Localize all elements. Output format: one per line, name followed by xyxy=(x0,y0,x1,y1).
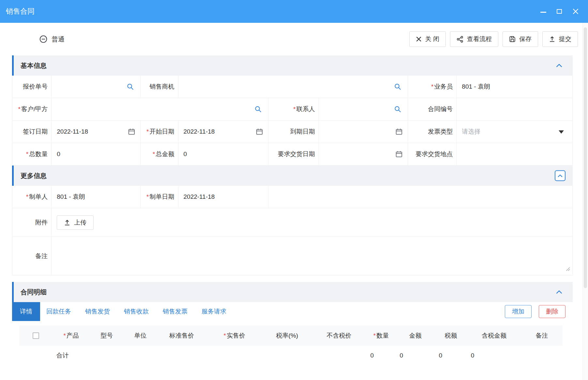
col-actual-price: *实售价 xyxy=(206,326,263,346)
chevron-up-boxed-icon xyxy=(555,170,565,181)
detail-table: *产品 型号 单位 标准售价 *实售价 税率(%) 不含税价 *数量 金额 税额… xyxy=(19,326,563,365)
scrollbar-thumb[interactable] xyxy=(584,27,587,288)
circle-minus-icon xyxy=(39,35,48,43)
creator-label: *制单人 xyxy=(12,186,52,208)
search-icon[interactable] xyxy=(127,83,134,90)
required-mark: * xyxy=(146,193,149,200)
submit-button[interactable]: 提交 xyxy=(542,31,578,47)
collapse-basic-button[interactable] xyxy=(556,64,562,67)
close-form-button[interactable]: 关 闭 xyxy=(409,31,446,47)
section-header-detail: 合同明细 xyxy=(12,282,573,302)
close-window-button[interactable] xyxy=(572,8,579,15)
expire-date-label: 到期日期 xyxy=(268,121,319,143)
start-date-field[interactable]: 2022-11-18 xyxy=(178,121,269,143)
search-icon[interactable] xyxy=(394,106,401,113)
more-empty-cell xyxy=(268,186,573,208)
tab-details[interactable]: 详情 xyxy=(12,302,40,321)
vertical-scrollbar[interactable] xyxy=(582,23,588,380)
upload-button[interactable]: 上传 xyxy=(57,215,94,230)
minimize-icon xyxy=(540,12,546,13)
required-mark: * xyxy=(63,332,66,339)
col-amount-incl-tax: 含税金额 xyxy=(467,326,521,346)
add-row-button[interactable]: 增加 xyxy=(505,305,532,318)
col-amount: 金额 xyxy=(396,326,435,346)
required-mark: * xyxy=(293,106,295,113)
collapse-detail-button[interactable] xyxy=(556,290,562,294)
search-icon[interactable] xyxy=(394,83,401,90)
flow-icon xyxy=(457,36,463,43)
total-amount-incl-tax: 0 xyxy=(467,346,521,365)
delivery-place-field[interactable] xyxy=(457,143,573,166)
quote-no-field[interactable] xyxy=(52,76,141,98)
col-standard-price: 标准售价 xyxy=(157,326,206,346)
section-header-more: 更多信息 xyxy=(12,166,573,186)
close-window-icon xyxy=(572,8,579,15)
creator-field[interactable]: 801 - 袁朗 xyxy=(52,186,141,208)
sign-date-field[interactable]: 2022-11-18 xyxy=(52,121,141,143)
contract-no-field[interactable] xyxy=(457,98,573,121)
total-amount-label: *总金额 xyxy=(141,143,178,166)
dropdown-caret-icon[interactable] xyxy=(559,130,564,134)
quote-no-label: 报价单号 xyxy=(12,76,52,98)
delivery-date-field[interactable] xyxy=(319,143,408,166)
contact-field[interactable] xyxy=(319,98,408,121)
view-flow-button[interactable]: 查看流程 xyxy=(450,31,498,47)
save-button[interactable]: 保存 xyxy=(503,31,538,47)
search-icon[interactable] xyxy=(255,106,262,113)
salesperson-label: *业务员 xyxy=(408,76,457,98)
chevron-up-icon xyxy=(556,290,562,294)
customer-field[interactable] xyxy=(52,98,268,121)
attachment-field: 上传 xyxy=(52,208,573,237)
col-tax-rate: 税率(%) xyxy=(263,326,311,346)
opportunity-label: 销售商机 xyxy=(141,76,178,98)
tab-sales-receipts[interactable]: 销售收款 xyxy=(124,307,149,316)
select-all-checkbox[interactable] xyxy=(33,332,39,339)
remark-label: 备注 xyxy=(12,237,52,275)
col-price-excl-tax: 不含税价 xyxy=(311,326,366,346)
resize-grip-icon[interactable] xyxy=(565,266,570,273)
form-body: 基本信息 报价单号 销售商机 *业务员 801 - 袁朗 *客户/甲方 *联系人… xyxy=(12,55,573,365)
total-qty-label: *总数量 xyxy=(12,143,52,166)
total-row: 合计 0 0 0 0 xyxy=(19,346,563,365)
col-quantity: *数量 xyxy=(367,326,396,346)
upload-icon xyxy=(64,219,70,226)
salesperson-field[interactable]: 801 - 袁朗 xyxy=(457,76,573,98)
calendar-icon[interactable] xyxy=(256,128,263,135)
total-amount-field[interactable]: 0 xyxy=(178,143,269,166)
total-quantity: 0 xyxy=(367,346,396,365)
total-qty-field[interactable]: 0 xyxy=(52,143,141,166)
tab-service-requests[interactable]: 服务请求 xyxy=(202,307,226,316)
detail-table-header: *产品 型号 单位 标准售价 *实售价 税率(%) 不含税价 *数量 金额 税额… xyxy=(19,326,563,346)
detail-tabbar: 详情 回款任务 销售发货 销售收款 销售发票 服务请求 增加 删除 xyxy=(12,302,573,321)
start-date-label: *开始日期 xyxy=(141,121,178,143)
delivery-date-label: 要求交货日期 xyxy=(268,143,319,166)
tab-payment-tasks[interactable]: 回款任务 xyxy=(46,307,71,316)
toolbar: 普通 关 闭 查看流程 保存 提交 xyxy=(0,23,588,53)
total-label: 合计 xyxy=(53,346,90,365)
required-mark: * xyxy=(18,106,21,113)
maximize-icon xyxy=(557,9,562,14)
collapse-more-button[interactable] xyxy=(555,170,565,181)
calendar-icon[interactable] xyxy=(396,151,402,158)
tab-sales-invoices[interactable]: 销售发票 xyxy=(163,307,188,316)
submit-icon xyxy=(549,36,555,42)
invoice-type-select[interactable]: 请选择 xyxy=(457,121,573,143)
status-badge[interactable]: 普通 xyxy=(39,35,65,44)
required-mark: * xyxy=(146,128,149,135)
calendar-icon[interactable] xyxy=(128,128,135,135)
calendar-icon[interactable] xyxy=(396,128,402,135)
create-date-field[interactable]: 2022-11-18 xyxy=(178,186,269,208)
expire-date-field[interactable] xyxy=(319,121,408,143)
minimize-button[interactable] xyxy=(540,10,546,13)
opportunity-field[interactable] xyxy=(178,76,408,98)
section-title-detail: 合同明细 xyxy=(21,288,47,297)
total-row-checkbox-cell xyxy=(19,346,53,365)
section-title-more: 更多信息 xyxy=(21,171,47,180)
delete-row-button[interactable]: 删除 xyxy=(539,305,565,318)
tab-sales-delivery[interactable]: 销售发货 xyxy=(85,307,110,316)
remark-textarea[interactable] xyxy=(52,237,573,275)
required-mark: * xyxy=(373,332,376,339)
required-mark: * xyxy=(224,332,226,339)
section-title-basic: 基本信息 xyxy=(21,61,47,70)
maximize-button[interactable] xyxy=(557,9,562,14)
